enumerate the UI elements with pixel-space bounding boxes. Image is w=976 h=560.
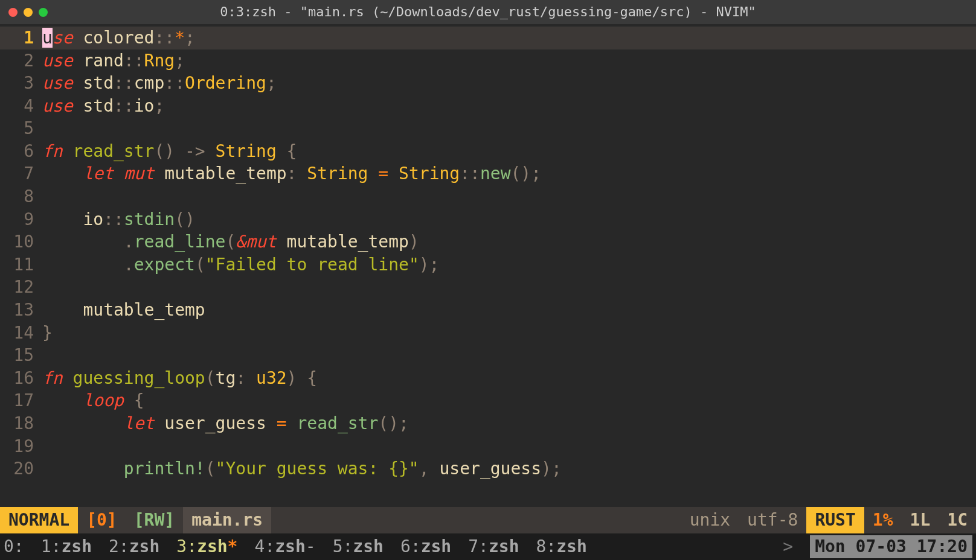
line-number: 9 xyxy=(0,208,42,231)
code-line[interactable]: 17 loop { xyxy=(0,390,976,413)
editor-area[interactable]: 1use colored::*;2use rand::Rng;3use std:… xyxy=(0,24,976,507)
code-line[interactable]: 13 mutable_temp xyxy=(0,299,976,322)
code-content[interactable]: fn read_str() -> String { xyxy=(42,140,297,163)
line-number: 11 xyxy=(0,253,42,276)
code-content[interactable]: println!("Your guess was: {}", user_gues… xyxy=(42,457,562,480)
code-content[interactable]: fn guessing_loop(tg: u32) { xyxy=(42,367,317,390)
cursor: u xyxy=(42,28,53,48)
code-content[interactable]: let mut mutable_temp: String = String::n… xyxy=(42,162,541,185)
status-line: 1L xyxy=(902,507,939,533)
code-line[interactable]: 5 xyxy=(0,117,976,140)
status-percent: 1% xyxy=(864,507,902,533)
code-line[interactable]: 19 xyxy=(0,435,976,458)
code-line[interactable]: 10 .read_line(&mut mutable_temp) xyxy=(0,231,976,253)
line-number: 2 xyxy=(0,49,42,72)
code-content[interactable]: let user_guess = read_str(); xyxy=(42,412,409,435)
line-number: 4 xyxy=(0,95,42,118)
line-number: 18 xyxy=(0,412,42,435)
line-number: 12 xyxy=(0,276,42,299)
tmux-window[interactable]: 4:zsh- xyxy=(254,535,315,558)
code-content[interactable]: io::stdin() xyxy=(42,208,195,231)
code-line[interactable]: 4use std::io; xyxy=(0,95,976,118)
code-content[interactable]: use std::io; xyxy=(42,95,164,118)
tmux-window[interactable]: 7:zsh xyxy=(468,535,519,558)
code-line[interactable]: 15 xyxy=(0,344,976,367)
line-number: 3 xyxy=(0,72,42,95)
maximize-icon[interactable] xyxy=(39,8,48,17)
line-number: 13 xyxy=(0,299,42,322)
tmux-window[interactable]: 6:zsh xyxy=(400,535,451,558)
status-fileformat: unix xyxy=(681,507,739,533)
code-content[interactable]: } xyxy=(42,322,53,345)
status-encoding: utf-8 xyxy=(739,507,806,533)
line-number: 8 xyxy=(0,185,42,208)
tmux-session: 0: xyxy=(4,535,24,558)
line-number: 7 xyxy=(0,162,42,185)
statusline: NORMAL [0] [RW] main.rs unix utf-8 RUST … xyxy=(0,507,976,533)
status-lang: RUST xyxy=(806,507,864,533)
line-number: 14 xyxy=(0,322,42,345)
code-line[interactable]: 3use std::cmp::Ordering; xyxy=(0,72,976,95)
code-line[interactable]: 1use colored::*; xyxy=(0,27,976,49)
code-content[interactable]: .read_line(&mut mutable_temp) xyxy=(42,231,419,253)
line-number: 5 xyxy=(0,117,42,140)
code-line[interactable]: 20 println!("Your guess was: {}", user_g… xyxy=(0,457,976,480)
code-line[interactable]: 8 xyxy=(0,185,976,208)
status-col: 1C xyxy=(939,507,976,533)
code-line[interactable]: 18 let user_guess = read_str(); xyxy=(0,412,976,435)
tmux-window[interactable]: 2:zsh xyxy=(109,535,159,558)
traffic-lights xyxy=(8,8,48,17)
tmux-window[interactable]: 8:zsh xyxy=(536,535,587,558)
code-content[interactable]: mutable_temp xyxy=(42,299,205,322)
window-title: 0:3:zsh - "main.rs (~/Downloads/dev_rust… xyxy=(0,3,976,21)
line-number: 19 xyxy=(0,435,42,458)
line-number: 20 xyxy=(0,457,42,480)
titlebar: 0:3:zsh - "main.rs (~/Downloads/dev_rust… xyxy=(0,0,976,24)
code-line[interactable]: 11 .expect("Failed to read line"); xyxy=(0,253,976,276)
line-number: 16 xyxy=(0,367,42,390)
code-line[interactable]: 6fn read_str() -> String { xyxy=(0,140,976,163)
tmux-arrow-icon: > xyxy=(783,535,793,558)
code-line[interactable]: 7 let mut mutable_temp: String = String:… xyxy=(0,163,976,186)
code-line[interactable]: 9 io::stdin() xyxy=(0,208,976,231)
tmux-window[interactable]: 5:zsh xyxy=(333,535,384,558)
code-content[interactable]: .expect("Failed to read line"); xyxy=(42,253,439,276)
close-icon[interactable] xyxy=(8,8,18,17)
tmux-window[interactable]: 1:zsh xyxy=(41,535,92,558)
code-content[interactable]: use rand::Rng; xyxy=(42,49,185,72)
code-content[interactable]: use colored::*; xyxy=(42,27,195,49)
line-number: 15 xyxy=(0,344,42,367)
line-number: 17 xyxy=(0,389,42,412)
minimize-icon[interactable] xyxy=(24,8,33,17)
status-filename: main.rs xyxy=(183,507,271,533)
line-number: 6 xyxy=(0,140,42,163)
code-content[interactable]: use std::cmp::Ordering; xyxy=(42,72,277,95)
code-line[interactable]: 16fn guessing_loop(tg: u32) { xyxy=(0,367,976,390)
tmux-clock: Mon 07-03 17:20 xyxy=(810,535,972,558)
tmux-bar: 0: 1:zsh2:zsh3:zsh*4:zsh-5:zsh6:zsh7:zsh… xyxy=(0,533,976,560)
tmux-window[interactable]: 3:zsh* xyxy=(176,535,237,558)
status-rw: [RW] xyxy=(126,507,183,533)
code-line[interactable]: 12 xyxy=(0,276,976,299)
status-changes: [0] xyxy=(78,507,126,533)
line-number: 10 xyxy=(0,231,42,253)
status-mode: NORMAL xyxy=(0,507,78,533)
code-line[interactable]: 2use rand::Rng; xyxy=(0,49,976,72)
code-line[interactable]: 14} xyxy=(0,322,976,345)
code-content[interactable]: loop { xyxy=(42,389,144,412)
line-number: 1 xyxy=(0,27,42,49)
